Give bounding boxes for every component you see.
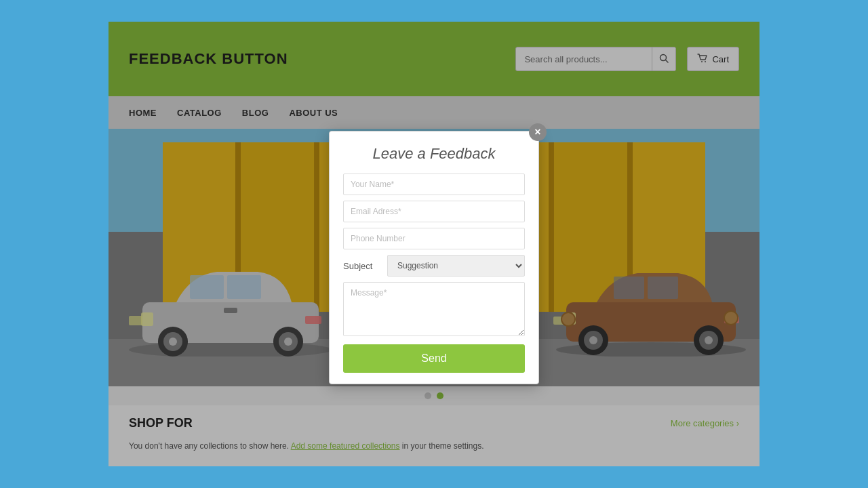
- modal-title: Leave a Feedback: [343, 145, 525, 163]
- feedback-modal: × Leave a Feedback Subject Suggestion Qu…: [329, 131, 539, 384]
- subject-select[interactable]: Suggestion Question Bug Report Other: [387, 255, 525, 277]
- phone-input[interactable]: [343, 228, 525, 249]
- message-textarea[interactable]: [343, 282, 525, 336]
- subject-label: Subject: [343, 261, 380, 271]
- feedback-form: Subject Suggestion Question Bug Report O…: [343, 174, 525, 373]
- email-input[interactable]: [343, 201, 525, 222]
- subject-row: Subject Suggestion Question Bug Report O…: [343, 255, 525, 277]
- send-button[interactable]: Send: [343, 344, 525, 373]
- modal-close-button[interactable]: ×: [529, 123, 547, 141]
- name-input[interactable]: [343, 174, 525, 195]
- site-wrapper: FEEDBACK BUTTON: [108, 22, 760, 466]
- modal-overlay: × Leave a Feedback Subject Suggestion Qu…: [108, 22, 760, 466]
